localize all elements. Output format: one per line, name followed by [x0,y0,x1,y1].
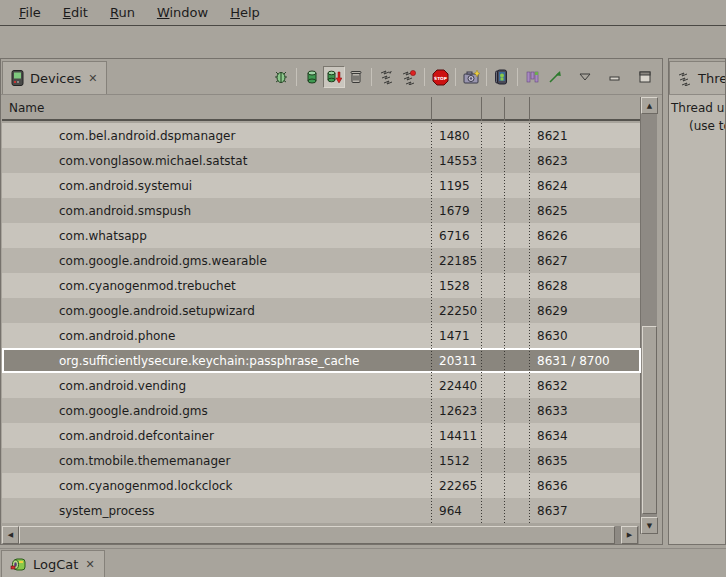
tab-logcat[interactable]: LogCat ✕ [1,550,105,577]
process-pid: 964 [439,504,462,518]
column-divider[interactable] [431,97,432,121]
process-pid: 22265 [439,479,477,493]
column-header-name[interactable]: Name [9,101,44,115]
process-port: 8632 [537,379,568,393]
scroll-right-icon[interactable]: ▶ [621,526,638,544]
horizontal-scrollbar[interactable]: ◀ ▶ [2,526,639,544]
debug-process-icon[interactable] [270,66,292,88]
process-name: org.sufficientlysecure.keychain:passphra… [59,354,359,368]
scroll-left-icon[interactable]: ◀ [2,526,19,544]
table-row[interactable]: com.android.phone 1471 8630 [2,323,641,348]
process-pid: 12623 [439,404,477,418]
process-pid: 14553 [439,154,477,168]
process-name: com.tmobile.thememanager [59,454,230,468]
process-port: 8626 [537,229,568,243]
vertical-scrollbar-thumb[interactable] [642,326,657,514]
table-row[interactable]: com.android.vending 22440 8632 [2,373,641,398]
table-row[interactable]: com.cyanogenmod.lockclock 22265 8636 [2,473,641,498]
close-icon[interactable]: ✕ [87,72,98,85]
screen-capture-icon[interactable] [460,66,482,88]
table-row[interactable]: com.whatsapp 6716 8626 [2,223,641,248]
menu-run[interactable]: Run [99,2,146,23]
scroll-down-icon[interactable]: ▼ [641,517,658,534]
process-pid: 6716 [439,229,470,243]
process-pid: 1195 [439,179,470,193]
process-port: 8624 [537,179,568,193]
threads-message-line1: Thread updates not enabled for selected … [671,101,726,115]
table-row[interactable]: system_process 964 8637 [2,498,641,523]
svg-text:STOP: STOP [434,75,447,80]
view-menu-icon[interactable] [574,66,596,88]
table-row[interactable]: com.android.systemui 1195 8624 [2,173,641,198]
stop-process-icon[interactable]: STOP [429,66,451,88]
menu-window[interactable]: Window [146,2,219,23]
table-row[interactable]: com.google.android.setupwizard 22250 862… [2,298,641,323]
process-pid: 22250 [439,304,477,318]
process-pid: 1679 [439,204,470,218]
update-heap-icon[interactable] [301,66,323,88]
horizontal-scrollbar-thumb[interactable] [19,526,615,544]
process-port: 8629 [537,304,568,318]
menu-edit[interactable]: Edit [52,2,99,23]
table-row[interactable]: com.tmobile.thememanager 1512 8635 [2,448,641,473]
process-pid: 1528 [439,279,470,293]
close-icon[interactable]: ✕ [84,558,95,571]
process-port: 8623 [537,154,568,168]
threads-icon [677,70,693,86]
table-row[interactable]: com.vonglasow.michael.satstat 14553 8623 [2,148,641,173]
table-row[interactable]: org.sufficientlysecure.keychain:passphra… [2,348,641,373]
process-port: 8627 [537,254,568,268]
process-port: 8625 [537,204,568,218]
table-row[interactable]: com.cyanogenmod.trebuchet 1528 8628 [2,273,641,298]
tab-devices[interactable]: Devices ✕ [2,61,107,94]
table-row[interactable]: com.android.smspush 1679 8625 [2,198,641,223]
process-pid: 1512 [439,454,470,468]
process-name: com.android.vending [59,379,186,393]
process-table: com.bel.android.dspmanager 1480 8621 com… [2,123,641,523]
tab-devices-label: Devices [30,71,81,86]
table-row[interactable]: com.google.android.gms 12623 8633 [2,398,641,423]
process-pid: 22185 [439,254,477,268]
table-row[interactable]: com.google.android.gms.wearable 22185 86… [2,248,641,273]
update-threads-icon[interactable] [376,66,398,88]
process-pid: 1480 [439,129,470,143]
process-port: 8631 / 8700 [537,354,610,368]
process-name: com.google.android.gms [59,404,208,418]
menu-help[interactable]: Help [219,2,271,23]
maximize-icon[interactable] [634,66,656,88]
table-row[interactable]: com.bel.android.dspmanager 1480 8621 [2,123,641,148]
process-name: com.android.smspush [59,204,191,218]
eclipse-ddms-window: File Edit Run Window Help Devices ✕ [0,0,726,577]
process-name: com.google.android.gms.wearable [59,254,267,268]
threads-view: Threads Thread updates not enabled for s… [668,58,726,545]
start-method-profiling-icon[interactable] [522,66,544,88]
devices-tabbar: Devices ✕ [1,59,662,95]
column-divider[interactable] [481,97,482,121]
scroll-up-icon[interactable]: ▲ [641,97,658,114]
process-name: system_process [59,504,155,518]
tab-threads-label: Threads [698,71,726,86]
toolbar-separator [517,68,518,86]
column-divider[interactable] [529,97,530,121]
dump-view-hierarchy-icon[interactable] [491,66,513,88]
threads-message-line2: (use toolbar button to enable) [689,119,726,133]
minimize-icon[interactable] [604,66,626,88]
menu-file[interactable]: File [8,2,52,23]
dump-threads-icon[interactable] [398,66,420,88]
toolbar-separator [486,68,487,86]
cause-gc-icon[interactable] [345,66,367,88]
column-divider[interactable] [504,97,505,121]
menu-bar: File Edit Run Window Help [0,0,726,26]
logcat-icon [10,557,27,572]
process-port: 8635 [537,454,568,468]
process-pid: 20311 [439,354,477,368]
column-gridline [481,123,482,523]
table-header[interactable]: Name [2,97,640,121]
table-row[interactable]: com.android.defcontainer 14411 8634 [2,423,641,448]
vertical-scrollbar[interactable]: ▲ ▼ [640,97,657,534]
tracking-arrow-icon[interactable] [544,66,566,88]
dump-hprof-icon[interactable] [323,66,345,88]
tab-threads[interactable]: Threads [669,61,726,94]
process-port: 8637 [537,504,568,518]
toolbar-separator [455,68,456,86]
